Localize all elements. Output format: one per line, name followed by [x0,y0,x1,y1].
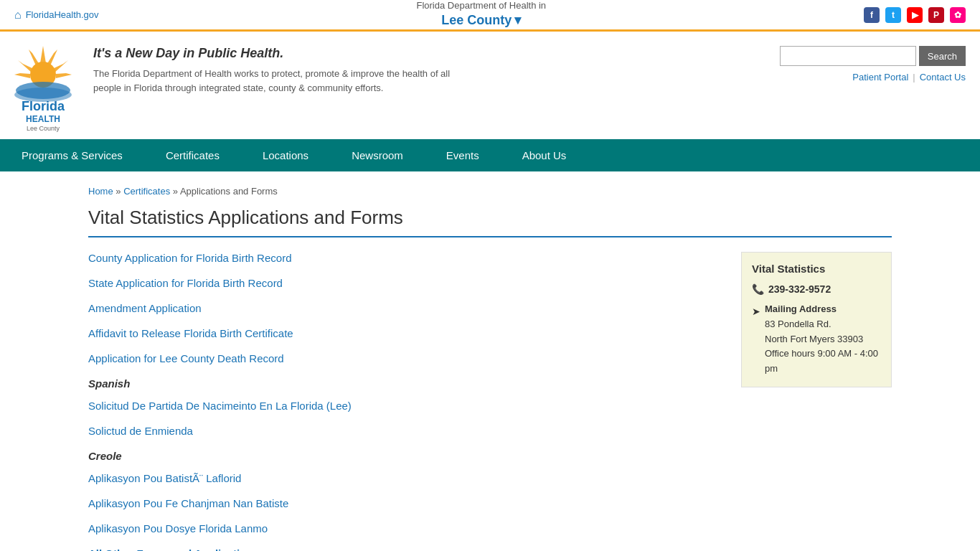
logo-image: Florida HEALTH Lee County [7,39,79,132]
flickr-icon[interactable]: ✿ [950,7,966,23]
contact-us-link[interactable]: Contact Us [920,72,966,83]
sidebar-title: Vital Statistics [752,263,881,275]
sidebar-address: ➤ Mailing Address 83 Pondella Rd. North … [752,302,881,377]
breadcrumb: Home » Certificates » Applications and F… [88,186,892,197]
sidebar-address-details: Mailing Address 83 Pondella Rd. North Fo… [765,302,881,377]
nav-programs[interactable]: Programs & Services [0,139,144,171]
header-slogan: It's a New Day in Public Health. The Flo… [79,39,780,102]
navigation-icon: ➤ [752,303,760,377]
main-nav: Programs & Services Certificates Locatio… [0,139,980,171]
search-input[interactable] [780,46,916,66]
all-forms-link[interactable]: All Other Forms and Applications [88,547,720,551]
youtube-icon[interactable]: ▶ [907,7,923,23]
state-birth-link[interactable]: State Application for Florida Birth Reco… [88,277,720,289]
county-birth-link[interactable]: County Application for Florida Birth Rec… [88,252,720,264]
nav-about[interactable]: About Us [501,139,588,171]
nav-locations[interactable]: Locations [241,139,330,171]
sidebar-address-line2: North Fort Myers 33903 [765,332,881,347]
nav-certificates[interactable]: Certificates [144,139,241,171]
breadcrumb-sep1: » [116,186,123,197]
sidebar-phone: 📞 239-332-9572 [752,283,881,295]
top-bar-left: ⌂ FloridaHealth.gov [14,9,99,22]
spanish-section-label: Spanish [88,377,720,390]
amendment-link[interactable]: Amendment Application [88,302,720,314]
sidebar-address-title: Mailing Address [765,302,881,317]
breadcrumb-sep2: » [173,186,180,197]
county-name: Lee County [441,12,512,29]
sidebar-hours: Office hours 9:00 AM - 4:00 pm [765,347,881,377]
sidebar-phone-number: 239-332-9572 [768,283,831,295]
dept-label: Florida Department of Health in [416,0,546,12]
nav-newsroom[interactable]: Newsroom [330,139,425,171]
patient-portal-link[interactable]: Patient Portal [852,72,908,83]
pinterest-icon[interactable]: P [928,7,944,23]
sidebar: Vital Statistics 📞 239-332-9572 ➤ Mailin… [741,252,892,387]
creole-birth-link[interactable]: Aplikasyon Pou BatistÃ¨ Laflorid [88,472,720,484]
svg-text:Lee County: Lee County [27,125,60,132]
header: Florida HEALTH Lee County It's a New Day… [0,32,980,139]
creole-amendment-link[interactable]: Aplikasyon Pou Fe Chanjman Nan Batiste [88,497,720,509]
twitter-icon[interactable]: t [885,7,901,23]
svg-text:HEALTH: HEALTH [26,114,60,124]
spanish-amendment-link[interactable]: Solictud de Enmienda [88,425,720,437]
spanish-birth-link[interactable]: Solicitud De Partida De Nacimeinto En La… [88,400,720,412]
affidavit-link[interactable]: Affidavit to Release Florida Birth Certi… [88,327,720,339]
florida-health-link[interactable]: FloridaHealth.gov [26,9,99,20]
breadcrumb-certificates[interactable]: Certificates [123,186,170,197]
death-record-link[interactable]: Application for Lee County Death Record [88,352,720,364]
social-links: f t ▶ P ✿ [864,7,966,23]
logo-area: Florida HEALTH Lee County [7,39,79,132]
search-button[interactable]: Search [919,46,966,66]
page-title: Vital Statistics Applications and Forms [88,207,892,237]
breadcrumb-current: Applications and Forms [180,186,278,197]
nav-events[interactable]: Events [425,139,501,171]
search-links: Patient Portal | Contact Us [852,72,966,83]
creole-section-label: Creole [88,450,720,462]
facebook-icon[interactable]: f [864,7,880,23]
search-form: Search [780,46,966,66]
sidebar-address-line1: 83 Pondella Rd. [765,317,881,332]
sidebar-box: Vital Statistics 📞 239-332-9572 ➤ Mailin… [741,252,892,387]
links-column: County Application for Florida Birth Rec… [88,252,720,551]
search-area: Search Patient Portal | Contact Us [780,39,966,83]
phone-icon: 📞 [752,283,764,295]
tagline: It's a New Day in Public Health. [93,46,765,61]
content-wrapper: Home » Certificates » Applications and F… [74,171,906,551]
top-bar: ⌂ FloridaHealth.gov Florida Department o… [0,0,980,32]
main-area: County Application for Florida Birth Rec… [88,252,892,551]
county-selector[interactable]: Florida Department of Health in Lee Coun… [416,0,546,29]
dropdown-icon: ▾ [514,12,521,29]
breadcrumb-home[interactable]: Home [88,186,113,197]
creole-death-link[interactable]: Aplikasyon Pou Dosye Florida Lanmo [88,522,720,534]
home-icon: ⌂ [14,9,22,22]
description: The Florida Department of Health works t… [93,67,452,95]
svg-text:Florida: Florida [22,99,65,113]
separator: | [913,72,915,83]
